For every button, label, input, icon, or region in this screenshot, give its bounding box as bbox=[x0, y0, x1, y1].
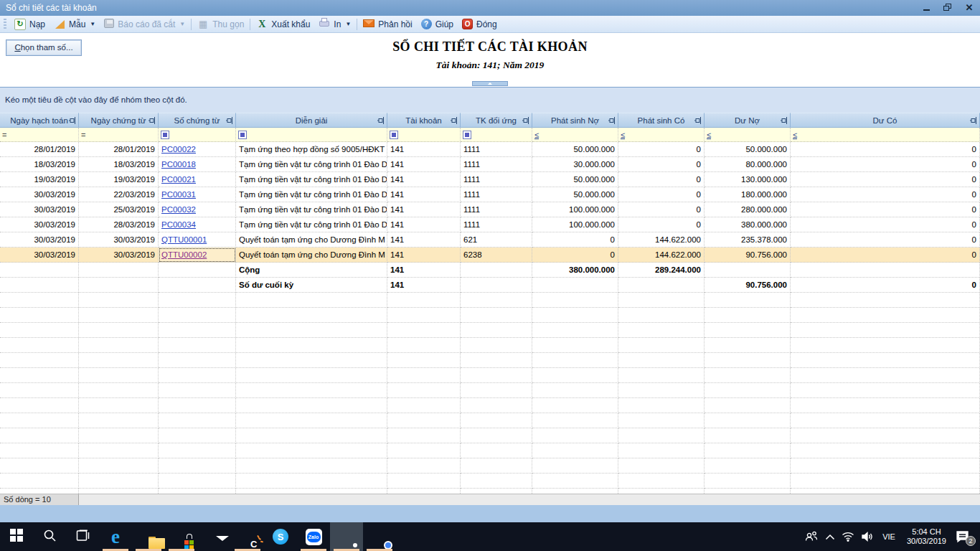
column-header-1[interactable]: Ngày chứng từ bbox=[79, 113, 159, 128]
cell[interactable]: PC00032 bbox=[159, 202, 236, 217]
toolbar-button-thu-gọn[interactable]: ▦Thu gọn bbox=[193, 17, 248, 32]
close-button[interactable]: ✕ bbox=[964, 3, 974, 13]
chevron-down-icon[interactable]: ▼ bbox=[90, 21, 95, 27]
table-row[interactable]: 18/03/201918/03/2019PC00018Tạm ứng tiền … bbox=[0, 157, 980, 172]
voucher-link[interactable]: PC00018 bbox=[161, 160, 196, 169]
start-button[interactable] bbox=[0, 522, 33, 551]
column-header-6[interactable]: Phát sinh Nợ bbox=[532, 113, 618, 128]
empty-cell bbox=[159, 474, 236, 489]
column-header-9[interactable]: Dư Có bbox=[791, 113, 980, 128]
filter-cell-2[interactable] bbox=[159, 128, 236, 142]
cell[interactable]: PC00021 bbox=[159, 172, 236, 187]
empty-cell bbox=[705, 474, 791, 489]
column-header-3[interactable]: Diễn giải bbox=[236, 113, 387, 128]
restore-button[interactable] bbox=[943, 3, 953, 13]
clock[interactable]: 5:04 CH 30/03/2019 bbox=[904, 527, 949, 546]
group-by-panel[interactable]: Kéo một tiêu đề cột vào đây để nhóm theo… bbox=[0, 88, 980, 113]
column-header-8[interactable]: Dư Nợ bbox=[705, 113, 791, 128]
voucher-link[interactable]: QTTU00001 bbox=[161, 235, 207, 244]
people-icon[interactable] bbox=[804, 530, 819, 543]
cell bbox=[532, 278, 618, 293]
taskbar-app-store[interactable] bbox=[165, 522, 198, 551]
filter-cell-7[interactable]: ≤ bbox=[618, 128, 705, 142]
less-equal-filter-icon[interactable]: ≤ bbox=[793, 131, 797, 139]
empty-cell bbox=[236, 443, 387, 458]
language-indicator[interactable]: VIE bbox=[880, 532, 897, 541]
filter-cell-3[interactable] bbox=[236, 128, 387, 142]
toolbar-button-đóng[interactable]: OĐóng bbox=[458, 17, 501, 31]
cell[interactable]: QTTU00001 bbox=[159, 232, 236, 248]
taskbar-app-task-view[interactable] bbox=[66, 522, 99, 551]
empty-row bbox=[0, 353, 980, 368]
filter-cell-6[interactable]: ≤ bbox=[532, 128, 618, 142]
column-header-0[interactable]: Ngày hạch toán bbox=[0, 113, 79, 128]
cell[interactable]: PC00018 bbox=[159, 157, 236, 172]
voucher-link[interactable]: QTTU00002 bbox=[161, 250, 207, 259]
minimize-button[interactable] bbox=[921, 3, 931, 13]
filter-cell-0[interactable]: = bbox=[0, 128, 79, 142]
table-row[interactable]: 30/03/201930/03/2019QTTU00002Quyết toán … bbox=[0, 248, 980, 263]
filter-box-icon[interactable] bbox=[463, 131, 471, 139]
toolbar-button-mẫu[interactable]: Mẫu▼ bbox=[50, 17, 100, 32]
taskbar-app-misa[interactable] bbox=[330, 522, 363, 551]
voucher-link[interactable]: PC00032 bbox=[161, 205, 196, 214]
taskbar-app-file-explorer[interactable] bbox=[132, 522, 165, 551]
filter-cell-9[interactable]: ≤ bbox=[791, 128, 980, 142]
filter-box-icon[interactable] bbox=[161, 131, 169, 139]
cell[interactable]: PC00034 bbox=[159, 217, 236, 232]
volume-icon[interactable] bbox=[861, 532, 874, 542]
splitter-collapse-button[interactable] bbox=[472, 81, 508, 86]
chevron-down-icon[interactable]: ▼ bbox=[345, 21, 351, 27]
table-row[interactable]: 30/03/201922/03/2019PC00031Tạm ứng tiền … bbox=[0, 187, 980, 202]
toolbar-button-giúp[interactable]: ?Giúp bbox=[417, 17, 458, 31]
voucher-link[interactable]: PC00031 bbox=[161, 190, 196, 199]
filter-cell-1[interactable]: = bbox=[79, 128, 159, 142]
filter-cell-5[interactable] bbox=[461, 128, 532, 142]
filter-box-icon[interactable] bbox=[238, 131, 247, 139]
taskbar-app-mail[interactable] bbox=[198, 522, 231, 551]
less-equal-filter-icon[interactable]: ≤ bbox=[534, 131, 539, 139]
wifi-icon[interactable] bbox=[842, 532, 854, 542]
toolbar-button-in[interactable]: In▼ bbox=[314, 16, 355, 32]
show-hidden-icons-chevron[interactable] bbox=[825, 534, 835, 540]
equals-filter-icon[interactable]: = bbox=[81, 131, 85, 139]
column-header-2[interactable]: Số chứng từ bbox=[159, 113, 236, 128]
taskbar-app-skype[interactable]: S bbox=[264, 522, 297, 551]
voucher-link[interactable]: PC00034 bbox=[161, 220, 196, 229]
cell[interactable]: PC00031 bbox=[159, 187, 236, 202]
chevron-down-icon[interactable]: ▼ bbox=[179, 21, 185, 27]
table-row[interactable]: Số dư cuối kỳ14190.756.0000 bbox=[0, 278, 980, 293]
filter-box-icon[interactable] bbox=[390, 131, 398, 139]
toolbar-button-nạp[interactable]: ↻Nạp bbox=[10, 17, 50, 32]
voucher-link[interactable]: PC00021 bbox=[161, 175, 196, 184]
filter-cell-8[interactable]: ≤ bbox=[705, 128, 791, 142]
cell[interactable]: QTTU00002 bbox=[159, 248, 236, 263]
table-row[interactable]: 28/01/201928/01/2019PC00022Tạm ứng theo … bbox=[0, 142, 980, 157]
table-row[interactable]: 19/03/201919/03/2019PC00021Tạm ứng tiền … bbox=[0, 172, 980, 187]
less-equal-filter-icon[interactable]: ≤ bbox=[621, 131, 625, 139]
equals-filter-icon[interactable]: = bbox=[2, 131, 6, 139]
column-header-4[interactable]: Tài khoản bbox=[387, 113, 461, 128]
column-header-7[interactable]: Phát sinh Có bbox=[618, 113, 705, 128]
less-equal-filter-icon[interactable]: ≤ bbox=[707, 131, 711, 139]
collapse-icon: ▦ bbox=[197, 19, 209, 30]
toolbar-button-phản-hồi[interactable]: Phản hồi bbox=[359, 18, 416, 31]
cell[interactable]: PC00022 bbox=[159, 142, 236, 157]
table-row[interactable]: 30/03/201925/03/2019PC00032Tạm ứng tiền … bbox=[0, 202, 980, 217]
toolbar-button-xuất-khẩu[interactable]: XXuất khẩu bbox=[252, 17, 314, 32]
table-row[interactable]: 30/03/201928/03/2019PC00034Tạm ứng tiền … bbox=[0, 217, 980, 232]
table-row[interactable]: 30/03/201930/03/2019QTTU00001Quyết toán … bbox=[0, 232, 980, 248]
taskbar-app-search[interactable] bbox=[33, 522, 66, 551]
empty-cell bbox=[791, 489, 980, 494]
taskbar-app-zalo[interactable]: Zalo bbox=[297, 522, 330, 551]
toolbar-grip-handle[interactable] bbox=[4, 19, 6, 30]
table-row[interactable]: Cộng141380.000.000289.244.000 bbox=[0, 263, 980, 278]
taskbar-app-chrome[interactable] bbox=[363, 522, 396, 551]
toolbar-button-báo-cáo-đã-cắt[interactable]: Báo cáo đã cắt▼ bbox=[100, 17, 189, 32]
taskbar-app-edge[interactable]: e bbox=[99, 522, 132, 551]
action-center-button[interactable]: 2 bbox=[956, 530, 974, 543]
taskbar-app-coc-coc[interactable]: C bbox=[231, 522, 264, 551]
voucher-link[interactable]: PC00022 bbox=[161, 145, 196, 154]
column-header-5[interactable]: TK đối ứng bbox=[461, 113, 532, 128]
filter-cell-4[interactable] bbox=[387, 128, 461, 142]
